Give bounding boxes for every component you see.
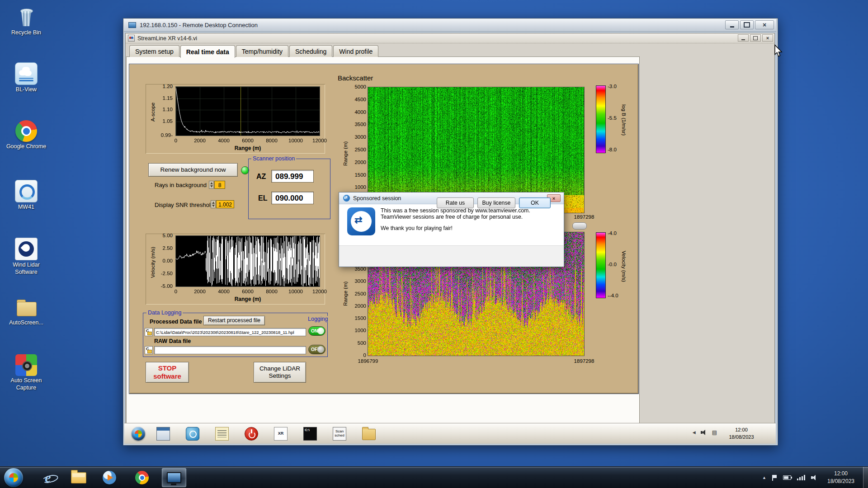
processed-path-text: C:\Lidar\Data\Proc\2023\202308\20230818\… [156,330,294,335]
ok-button[interactable]: OK [519,197,551,208]
minimize-icon [730,26,734,28]
raw-path-field[interactable] [154,346,306,354]
snr-spinner[interactable] [211,200,216,208]
file-explorer-icon [71,472,86,483]
taskbar-remote-desktop-button[interactable] [162,468,186,487]
axis-tick-label: 10000 [285,289,307,294]
app-close-button[interactable]: × [762,34,773,42]
desktop-icon-label: Auto Screen Capture [5,377,48,391]
renew-background-button[interactable]: Renew background now [148,163,238,177]
tab-scheduling[interactable]: Scheduling [289,45,332,57]
backscatter-y-axis-label: Range (m) [342,131,349,176]
snr-value-field[interactable]: 1.002 [216,200,234,208]
app-restore-button[interactable] [750,34,761,42]
desktop-icon-recycle-bin[interactable]: Recycle Bin [5,6,48,37]
axis-tick-label: 0 [350,352,366,358]
taskbar-file-explorer-button[interactable] [68,468,90,487]
graph-scroll-thumb[interactable] [572,222,587,230]
axis-tick-label: 0.00 [156,258,173,263]
console-app-icon-text: C:\ [304,427,316,440]
desktop-icon-bl-view[interactable]: BL-View [5,62,48,94]
folder-app-icon[interactable] [362,429,376,440]
taskbar-chrome-button[interactable] [131,468,153,487]
restart-processed-file-button[interactable]: Restart processed file [203,316,265,325]
hidden-icons-chevron[interactable]: ◀ [693,430,696,435]
chrome-icon [135,471,149,484]
network-app-icon[interactable] [186,427,199,441]
sponsored-session-dialog: Sponsored session × This was a free sess… [339,192,564,267]
colorbar-tick-label: --4.0 [608,293,627,298]
axis-tick-label: 4000 [350,109,366,115]
axis-tick-label: -2.50 [156,271,173,276]
clock-time: 12:00 [820,470,862,478]
rdp-titlebar[interactable]: 192.168.0.150 - Remote Desktop Connectio… [124,19,776,32]
app-minimize-button[interactable] [738,34,749,42]
start-button[interactable] [4,468,23,487]
axis-tick-label: 0 [165,138,187,143]
axis-tick-label: 3500 [350,122,366,127]
input-indicator-icon[interactable]: ▤ [712,430,717,435]
processed-logging-toggle[interactable]: ON [308,326,326,336]
document-app-icon[interactable] [215,427,229,441]
tab-temp-humidity[interactable]: Temp/humidity [236,45,288,57]
rdp-window-icon [128,22,136,28]
change-lidar-settings-button[interactable]: Change LiDAR Settings [254,362,306,383]
a-scope-x-axis-label: Range (m) [225,145,270,151]
rays-value-field[interactable]: 8 [214,181,225,189]
battery-icon[interactable] [783,475,791,480]
window-app-icon[interactable] [156,427,170,441]
host-taskbar: e ▲ 12:00 18/08/2023 [0,466,868,488]
system-tray: ▲ [762,467,817,488]
network-icon[interactable] [797,475,805,480]
decrement-icon [212,205,215,207]
desktop-icon-mw41[interactable]: MW41 [5,180,48,211]
processed-path-field[interactable]: C:\Lidar\Data\Proc\2023\202308\20230818\… [154,328,306,336]
axis-tick-label: 5.00 [156,233,173,238]
taskbar-media-player-button[interactable] [99,468,120,487]
teamviewer-icon [343,195,350,202]
xr-app-icon[interactable]: XR [274,427,288,441]
axis-tick-label: 4000 [213,289,235,294]
tab-real-time-data[interactable]: Real time data [180,45,235,58]
buy-license-button[interactable]: Buy license [477,197,515,208]
taskbar-internet-explorer-button[interactable]: e [37,468,59,487]
desktop-icon-google-chrome[interactable]: Google Chrome [5,120,48,150]
power-app-icon[interactable] [245,427,258,441]
volume-icon[interactable] [701,430,707,435]
action-center-flag-icon[interactable] [772,475,777,481]
remote-clock-time: 12:00 [722,427,760,434]
rate-us-button[interactable]: Rate us [437,197,474,208]
taskbar-clock[interactable]: 12:00 18/08/2023 [820,470,862,485]
rdp-maximize-button[interactable] [740,20,754,29]
dialog-text-line3: We thank you for playing fair! [381,225,453,231]
rdp-minimize-button[interactable] [725,20,739,29]
raw-logging-toggle[interactable]: OFF [308,345,326,354]
colorbar-tick-label: -8.0 [608,147,627,152]
rays-spinner[interactable] [209,181,214,189]
console-app-icon[interactable]: C:\ [303,427,317,441]
remote-clock[interactable]: 12:00 18/08/2023 [722,427,760,441]
volume-icon[interactable] [811,475,817,480]
hidden-icons-chevron[interactable]: ▲ [762,475,766,480]
remote-start-button[interactable] [132,427,145,441]
stop-software-button[interactable]: STOP software [146,362,189,383]
tab-system-setup[interactable]: System setup [129,45,179,57]
raw-path-browse-icon[interactable] [145,346,153,354]
show-desktop-button[interactable] [863,467,868,488]
auto-screen-capture-icon [15,354,37,376]
clock-date: 18/08/2023 [820,478,862,485]
tab-wind-profile[interactable]: Wind profile [333,45,378,57]
desktop-icon-auto-screen-capture[interactable]: Auto Screen Capture [5,354,48,391]
velocity-colorbar [596,232,606,298]
app-titlebar[interactable]: StreamLine XR v14-6.vi [126,33,774,43]
desktop-icon-autoscreen-folder[interactable]: AutoScreen... [5,296,48,327]
processed-path-browse-icon[interactable] [145,328,153,336]
rdp-close-button[interactable]: × [755,20,774,29]
desktop-icon-label: Wind Lidar Software [5,262,48,276]
remote-desktop-icon [167,472,181,483]
desktop-icon-label: AutoScreen... [9,319,43,327]
desktop-icon-wind-lidar[interactable]: Wind Lidar Software [5,238,48,276]
scan-sched-icon[interactable]: Scan sched [333,427,346,441]
axis-tick-label: 12000 [309,289,330,294]
mw41-icon [15,180,38,202]
